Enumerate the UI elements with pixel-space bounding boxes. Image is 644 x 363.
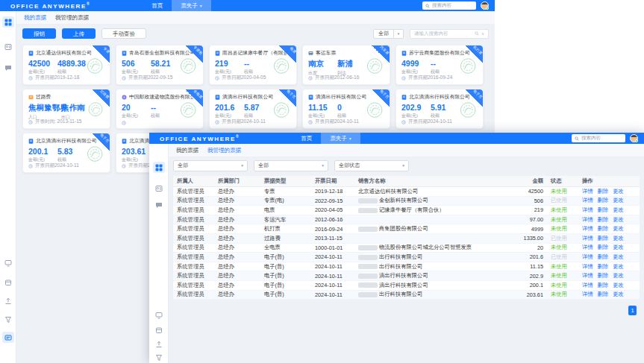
change-link[interactable]: 更改 xyxy=(613,206,624,213)
sidebar-id-badge-icon[interactable] xyxy=(153,183,165,194)
delete-link[interactable]: 删除 xyxy=(598,291,609,297)
invoice-card[interactable]: 专票电青岛石墨金创新科技有限公司506金额(元)58.21税额开票日期2022-… xyxy=(116,45,204,85)
page-1-button[interactable]: 1 xyxy=(628,306,637,315)
delete-link[interactable]: 删除 xyxy=(598,253,609,260)
detail-link[interactable]: 详情 xyxy=(582,263,593,270)
cell-seller: 出行科技有限公司 xyxy=(354,291,496,298)
tab-piaojiazi[interactable]: 票夹子▾ xyxy=(172,0,211,11)
invoice-card[interactable]: 电子普北京滴滴出行科技有限公司200.1金额(元)5.83税额开票日期2024-… xyxy=(22,133,110,173)
sidebar-chat-icon[interactable] xyxy=(2,62,14,73)
change-link[interactable]: 更改 xyxy=(613,244,624,250)
cell-actions: 详情删除更改 xyxy=(578,216,640,224)
cell-owner: 系统管理员 xyxy=(173,188,214,195)
delete-link[interactable]: 删除 xyxy=(598,244,609,250)
change-link[interactable]: 更改 xyxy=(613,188,624,195)
delete-link[interactable]: 删除 xyxy=(598,197,609,203)
manual-verify-button[interactable]: 手动查验 xyxy=(101,28,146,39)
invoice-card[interactable]: 机打票苏宁云商集团股份有限公司4999金额(元)--税额开票日期2016-09-… xyxy=(396,45,484,85)
change-link[interactable]: 更改 xyxy=(613,225,624,232)
status-badge: 未使用 xyxy=(547,188,578,195)
tab-home[interactable]: 首页 xyxy=(292,133,321,144)
invoice-card[interactable]: 全电票中国邮政速递物流股份有限公司城北...20金额(元)--税额 xyxy=(116,89,204,129)
delete-link[interactable]: 删除 xyxy=(598,263,609,270)
delete-link[interactable]: 删除 xyxy=(598,216,609,223)
owner-filter-select[interactable]: 全部▾ xyxy=(173,160,248,171)
detail-link[interactable]: 详情 xyxy=(582,244,593,250)
sidebar-upload-icon[interactable] xyxy=(153,338,165,350)
detail-link[interactable]: 详情 xyxy=(582,291,593,297)
upload-button[interactable]: 上传 xyxy=(62,28,96,39)
delete-link[interactable]: 删除 xyxy=(598,282,609,288)
card-search-input[interactable]: 请输入搜索内容 ∨ xyxy=(410,29,489,39)
change-link[interactable]: 更改 xyxy=(613,216,624,223)
cell-seller: 物流股份有限公司城北分公司智慧发票 xyxy=(354,244,496,251)
change-link[interactable]: 更改 xyxy=(613,263,624,270)
detail-link[interactable]: 详情 xyxy=(582,188,593,195)
dept-filter-select[interactable]: 全部▾ xyxy=(254,160,328,171)
cell-dept: 总经办 xyxy=(214,253,260,261)
doc-icon xyxy=(28,51,34,56)
change-link[interactable]: 更改 xyxy=(613,253,624,260)
breadcrumb-item-0[interactable]: 我的票据 xyxy=(176,147,198,154)
filter-caret-button[interactable]: ▾ xyxy=(394,29,404,39)
sidebar-monitor-icon[interactable] xyxy=(153,309,165,321)
invoice-card[interactable]: 专票北京通达信科技有限公司42500金额(元)4889.38税额开票日期2019… xyxy=(22,45,110,85)
status-filter-select[interactable]: 全部状态▾ xyxy=(334,160,409,171)
sidebar-monitor-icon[interactable] xyxy=(2,257,14,268)
tab-piaojiazi[interactable]: 票夹子▾ xyxy=(321,133,360,144)
sidebar-apps-grid-icon[interactable] xyxy=(153,162,165,173)
cell-type: 电子(普) xyxy=(260,291,311,298)
detail-link[interactable]: 详情 xyxy=(582,206,593,213)
sidebar-funnel-icon[interactable] xyxy=(153,352,165,363)
invoice-card[interactable]: 电票南昌县记缘康牛餐厅（有限合伙）219金额(元)--税额开票日期2020-04… xyxy=(209,45,297,85)
invoice-card[interactable]: 电子普北京滴滴出行科技有限公司202.9金额(元)5.91税额开票日期2024-… xyxy=(396,89,484,129)
sidebar-chat-icon[interactable] xyxy=(153,199,165,210)
change-link[interactable]: 更改 xyxy=(613,282,624,288)
sidebar-upload-icon[interactable] xyxy=(2,295,14,306)
change-link[interactable]: 更改 xyxy=(613,235,624,242)
invoice-card[interactable]: 汽车票客运车票南京出发新浦到达开票日期2012-06-16 xyxy=(302,45,390,85)
card-amount: 0 xyxy=(337,103,366,112)
invoice-card[interactable]: 电子普滴滴出行科技有限公司201.6金额(元)5.87税额开票日期2024-10… xyxy=(209,89,297,129)
breadcrumb-item-0[interactable]: 我的票据 xyxy=(24,14,46,22)
topbar-search-input[interactable]: 搜索内容 xyxy=(422,1,476,10)
sidebar-package-icon[interactable] xyxy=(153,324,165,335)
cell-owner: 系统管理员 xyxy=(173,197,214,204)
cell-owner: 系统管理员 xyxy=(173,244,214,251)
card-title: 过路费 xyxy=(28,93,100,101)
breadcrumb-item-1[interactable]: 我管理的票据 xyxy=(207,147,241,154)
change-link[interactable]: 更改 xyxy=(613,291,624,297)
sidebar-id-badge-icon[interactable] xyxy=(2,41,14,52)
type-filter-select[interactable]: 全部 xyxy=(373,29,394,39)
card-values: 20金额(元)--税额 xyxy=(122,103,198,121)
change-link[interactable]: 更改 xyxy=(613,272,624,279)
card-title: 北京通达信科技有限公司 xyxy=(28,49,100,57)
detail-link[interactable]: 详情 xyxy=(582,272,593,279)
tab-home[interactable]: 首页 xyxy=(143,0,172,11)
sidebar-package-icon[interactable] xyxy=(2,277,14,288)
topbar-search-input[interactable]: 搜索内容 xyxy=(572,134,625,142)
detail-link[interactable]: 详情 xyxy=(582,235,593,242)
delete-link[interactable]: 删除 xyxy=(598,272,609,279)
clock-icon xyxy=(215,120,219,124)
sidebar-invoice-card-icon[interactable] xyxy=(2,332,14,343)
doc-icon xyxy=(122,51,127,56)
detail-link[interactable]: 详情 xyxy=(582,253,593,260)
delete-link[interactable]: 删除 xyxy=(598,235,609,242)
detail-link[interactable]: 详情 xyxy=(582,282,593,288)
user-avatar[interactable] xyxy=(481,1,489,10)
delete-link[interactable]: 删除 xyxy=(598,206,609,213)
sidebar-funnel-icon[interactable] xyxy=(2,314,14,325)
delete-link[interactable]: 删除 xyxy=(598,188,609,195)
change-link[interactable]: 更改 xyxy=(613,197,624,203)
detail-link[interactable]: 详情 xyxy=(582,197,593,203)
detail-link[interactable]: 详情 xyxy=(582,216,593,223)
detail-link[interactable]: 详情 xyxy=(582,225,593,232)
invoice-card[interactable]: 电子普滴滴出行科技有限公司11.15金额(元)0税额开票日期2024-10-11 xyxy=(302,89,390,129)
breadcrumb-item-1[interactable]: 我管理的票据 xyxy=(55,14,89,22)
user-avatar[interactable] xyxy=(630,134,638,142)
invoice-card[interactable]: 过路费过路费焦桐豫鄂界入口焦作南出口开票时间: 2013-11-15 xyxy=(22,89,110,129)
delete-link[interactable]: 删除 xyxy=(598,225,609,232)
sidebar-apps-grid-icon[interactable] xyxy=(2,16,14,28)
reimburse-button[interactable]: 报销 xyxy=(22,28,56,39)
